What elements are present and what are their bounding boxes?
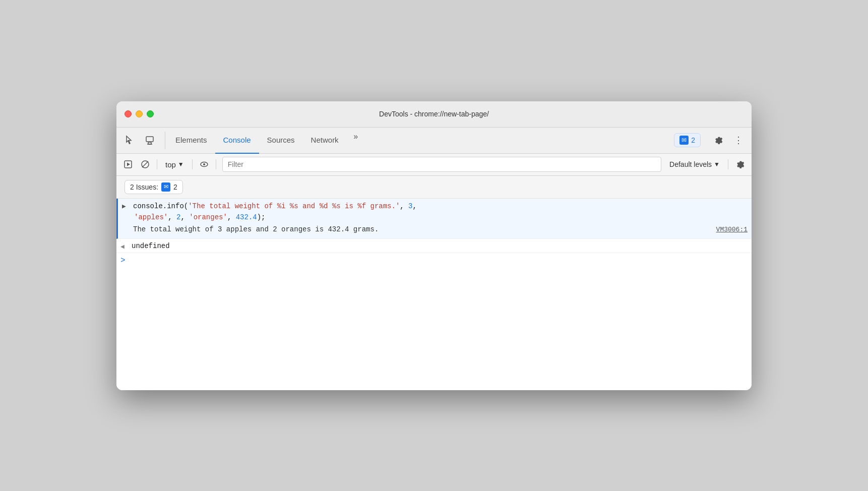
issues-bar: 2 Issues: ✉ 2 xyxy=(116,176,752,199)
code-num-1: 3 xyxy=(408,202,412,210)
clear-console-button[interactable] xyxy=(138,157,153,172)
devtools-window: DevTools - chrome://new-tab-page/ Elemen… xyxy=(116,101,752,390)
svg-marker-4 xyxy=(127,163,130,166)
run-snippet-button[interactable] xyxy=(120,157,136,172)
chat-icon: ✉ xyxy=(679,136,689,145)
filter-input[interactable] xyxy=(222,157,661,172)
cursor-icon xyxy=(125,135,135,145)
console-toolbar: top ▼ Default levels ▼ xyxy=(116,154,752,176)
toolbar-divider-3 xyxy=(216,159,216,169)
eye-icon xyxy=(200,160,209,169)
code-close: ); xyxy=(257,213,266,221)
code-sep-1: , xyxy=(168,213,176,221)
tab-network[interactable]: Network xyxy=(303,128,347,154)
tab-icons xyxy=(120,128,159,153)
eye-button[interactable] xyxy=(197,157,212,172)
code-line-2: 'apples', 2, 'oranges', 432.4); xyxy=(133,212,748,223)
issues-badge-button[interactable]: ✉ 2 xyxy=(674,133,701,147)
more-tabs-button[interactable]: » xyxy=(347,128,365,146)
code-string-1: 'The total weight of %i %s and %d %s is … xyxy=(188,202,400,210)
inspect-element-button[interactable] xyxy=(120,131,139,149)
more-options-button[interactable]: ⋮ xyxy=(729,131,748,149)
console-gear-icon xyxy=(735,160,745,169)
tab-sources-label: Sources xyxy=(267,136,295,144)
code-line-1: console.info('The total weight of %i %s … xyxy=(133,201,748,212)
title-bar: DevTools - chrome://new-tab-page/ xyxy=(116,101,752,128)
toolbar-divider-4 xyxy=(728,159,728,169)
tab-console-label: Console xyxy=(223,136,251,144)
issues-label: 2 Issues: xyxy=(130,183,158,191)
close-button[interactable] xyxy=(125,110,132,117)
levels-label: Default levels xyxy=(669,160,712,168)
code-comma: , xyxy=(400,202,408,210)
code-string-2: 'apples' xyxy=(134,213,168,221)
code-comma-2: , xyxy=(413,202,417,210)
tab-console[interactable]: Console xyxy=(215,128,259,154)
vm-link[interactable]: VM3006:1 xyxy=(716,225,748,235)
svg-point-8 xyxy=(203,163,205,165)
toolbar-divider-2 xyxy=(192,159,193,169)
dropdown-arrow-icon: ▼ xyxy=(178,161,184,168)
maximize-button[interactable] xyxy=(147,110,154,117)
more-tabs-label: » xyxy=(353,132,358,141)
minimize-button[interactable] xyxy=(136,110,143,117)
tabs-bar: Elements Console Sources Network » ✉ 2 xyxy=(116,128,752,154)
play-icon xyxy=(123,160,133,169)
tab-network-label: Network xyxy=(311,136,339,144)
output-line: The total weight of 3 apples and 2 orang… xyxy=(133,223,748,236)
cursor-entry[interactable]: > xyxy=(116,253,752,268)
tab-elements[interactable]: Elements xyxy=(167,128,215,154)
gear-icon xyxy=(714,136,723,145)
more-dots-icon: ⋮ xyxy=(734,135,743,146)
undefined-text: undefined xyxy=(132,242,170,250)
context-label: top xyxy=(165,160,176,169)
svg-line-6 xyxy=(142,161,148,167)
svg-rect-0 xyxy=(146,137,153,142)
code-num-3: 432.4 xyxy=(236,213,257,221)
levels-selector[interactable]: Default levels ▼ xyxy=(665,158,724,170)
window-title: DevTools - chrome://new-tab-page/ xyxy=(379,110,489,118)
badge-count: 2 xyxy=(691,136,695,144)
return-arrow-icon: ◀ xyxy=(120,242,128,251)
console-output: ▶ console.info('The total weight of %i %… xyxy=(116,199,752,390)
device-toolbar-button[interactable] xyxy=(141,131,159,149)
code-sep-3: , xyxy=(227,213,236,221)
issues-chat-icon: ✉ xyxy=(161,182,170,192)
console-info-entry: ▶ console.info('The total weight of %i %… xyxy=(116,199,752,239)
entry-content: console.info('The total weight of %i %s … xyxy=(133,201,748,237)
tab-divider-1 xyxy=(165,132,165,149)
tabs-right: ✉ 2 ⋮ xyxy=(674,128,748,153)
prompt-icon[interactable]: > xyxy=(120,256,126,265)
device-icon xyxy=(145,135,155,145)
output-text: The total weight of 3 apples and 2 orang… xyxy=(133,224,379,235)
no-icon xyxy=(141,160,150,169)
traffic-lights xyxy=(125,110,154,117)
tab-elements-label: Elements xyxy=(175,136,207,144)
levels-dropdown-icon: ▼ xyxy=(714,161,720,168)
settings-button[interactable] xyxy=(709,131,727,149)
undefined-entry: ◀ undefined xyxy=(116,239,752,253)
code-prefix: console.info( xyxy=(133,202,188,210)
issues-badge[interactable]: 2 Issues: ✉ 2 xyxy=(125,180,183,194)
code-string-3: 'oranges' xyxy=(189,213,227,221)
tab-sources[interactable]: Sources xyxy=(259,128,303,154)
code-sep-2: , xyxy=(180,213,189,221)
expand-arrow-icon[interactable]: ▶ xyxy=(122,202,129,210)
toolbar-divider-1 xyxy=(157,159,157,169)
console-settings-button[interactable] xyxy=(732,157,748,172)
context-selector[interactable]: top ▼ xyxy=(161,158,188,171)
issues-count: 2 xyxy=(173,183,177,191)
